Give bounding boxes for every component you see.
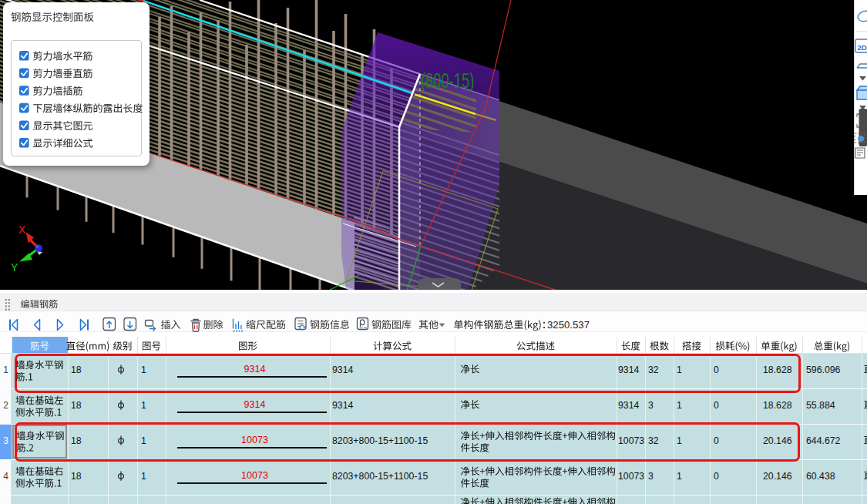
svg-text:X: X [18,223,26,236]
svg-text:(800-15): (800-15) [421,69,474,92]
svg-text:Y: Y [11,261,18,274]
